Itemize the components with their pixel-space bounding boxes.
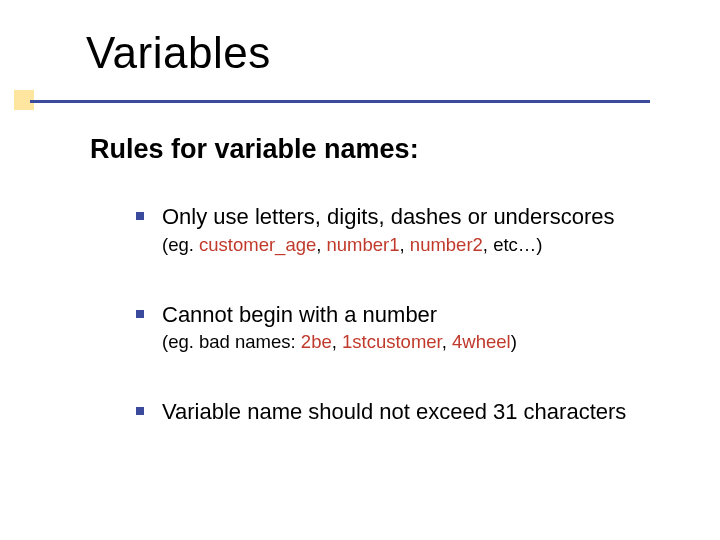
eg-prefix: (eg.: [162, 234, 199, 255]
example-term: 2be: [301, 331, 332, 352]
eg-suffix: , etc…): [483, 234, 543, 255]
rule-text: Variable name should not exceed 31 chara…: [162, 398, 680, 426]
example-term: number2: [410, 234, 483, 255]
list-item: Cannot begin with a number (eg. bad name…: [136, 301, 680, 355]
rule-text: Only use letters, digits, dashes or unde…: [162, 203, 680, 231]
rule-text: Cannot begin with a number: [162, 301, 680, 329]
example-term: 4wheel: [452, 331, 511, 352]
example-term: customer_age: [199, 234, 316, 255]
list-item: Variable name should not exceed 31 chara…: [136, 398, 680, 426]
rule-example: (eg. customer_age, number1, number2, etc…: [162, 233, 680, 257]
eg-prefix: (eg. bad names:: [162, 331, 301, 352]
rule-example: (eg. bad names: 2be, 1stcustomer, 4wheel…: [162, 330, 680, 354]
slide-title: Variables: [86, 28, 271, 78]
slide-subtitle: Rules for variable names:: [90, 134, 419, 165]
list-item: Only use letters, digits, dashes or unde…: [136, 203, 680, 257]
square-bullet-icon: [136, 407, 144, 415]
example-term: number1: [327, 234, 400, 255]
example-term: 1stcustomer: [342, 331, 442, 352]
eg-suffix: ): [511, 331, 517, 352]
rules-list: Only use letters, digits, dashes or unde…: [136, 203, 680, 470]
square-bullet-icon: [136, 310, 144, 318]
square-bullet-icon: [136, 212, 144, 220]
slide: Variables Rules for variable names: Only…: [0, 0, 720, 540]
title-underline: [30, 100, 650, 103]
